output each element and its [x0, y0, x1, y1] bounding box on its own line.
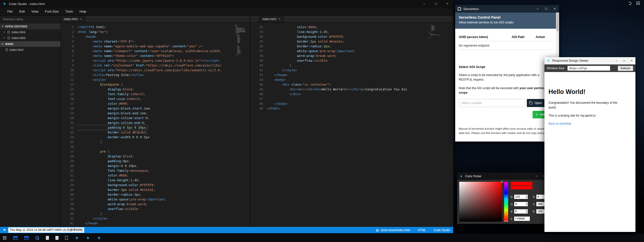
minimap[interactable]: [428, 25, 443, 227]
chevron-down-icon: ▾: [2, 43, 3, 45]
menu-file[interactable]: File: [4, 8, 16, 16]
minimize-button[interactable]: –: [533, 5, 542, 13]
minimap[interactable]: [234, 25, 249, 227]
menu-view[interactable]: View: [28, 8, 42, 16]
file-icon[interactable]: [46, 236, 49, 240]
open-editor-item[interactable]: × index.html: [0, 35, 60, 41]
menu-tools[interactable]: Tools: [62, 8, 76, 16]
tab-close-icon[interactable]: ×: [80, 17, 82, 21]
maximize-button[interactable]: □: [430, 0, 442, 8]
serverless-app-icon: [458, 7, 461, 11]
responsive-viewer-window: Responsive Design Viewer – □ × Window Si…: [544, 57, 635, 232]
window-size-label: Window Size:: [547, 66, 565, 70]
saturation-area[interactable]: [459, 182, 502, 222]
color-swatch-new: [511, 182, 532, 185]
green-input[interactable]: 0: [514, 202, 528, 206]
codestudio-icon[interactable]: [97, 236, 101, 240]
agi-note: Note that the AGI script will be execute…: [459, 86, 553, 95]
minimize-button[interactable]: –: [613, 57, 620, 64]
menu-edit[interactable]: Edit: [16, 8, 28, 16]
file-path-status: ▤ store:/www/index.html: [376, 228, 410, 232]
back-to-aprintlab-link[interactable]: Back to Aprintlab: [548, 122, 571, 125]
window-size-input[interactable]: [567, 66, 610, 71]
refresh-icon[interactable]: [628, 2, 631, 5]
desktop: Code Studio - index.html – □ × File Edit…: [0, 0, 644, 242]
panel-subtitle: Allow external services to run AGI scrip…: [459, 21, 553, 24]
codestudio-logo-icon: [3, 2, 7, 6]
rendered-page: Hello World! Congratulation! You discove…: [544, 72, 635, 232]
menu-font-size[interactable]: Font Size: [42, 8, 62, 16]
code-lines[interactable]: <!DOCTYPE html><html lang="en"> <head> <…: [77, 25, 233, 226]
menu-help[interactable]: Help: [76, 8, 90, 16]
tabstrip: index.html ×: [250, 16, 453, 23]
codestudio-icon[interactable]: [75, 236, 79, 240]
tab-label: index.html: [262, 17, 276, 21]
color-picker-titlebar: Color Picker – □: [457, 172, 548, 180]
language-status: HTML: [418, 228, 426, 232]
hex-input[interactable]: ff0000: [514, 217, 530, 221]
titlebar: Code Studio - index.html – □ ×: [0, 0, 453, 8]
minimize-button[interactable]: –: [418, 0, 430, 8]
tab-index-html[interactable]: index.html ×: [259, 16, 284, 22]
tree-file-item[interactable]: index.html: [0, 47, 60, 53]
open-editor-item[interactable]: × index.html: [0, 29, 60, 35]
viewer-title: Responsive Design Viewer: [552, 59, 588, 62]
sidebar-title: Directory Listing: [0, 16, 60, 23]
endpoint-table-header: UUID (access token) AGI Path Action: [459, 33, 553, 41]
red-input[interactable]: 255: [514, 195, 528, 199]
app-name-status: Code Studio: [434, 228, 450, 232]
close-icon[interactable]: ×: [3, 36, 6, 40]
menubar: File Edit View Font Size Tools Help: [0, 8, 453, 16]
stepper-icon[interactable]: [526, 203, 527, 205]
open-editors-section-header[interactable]: ▾ OPEN EDITORS: [0, 23, 60, 29]
editor-pane-left[interactable]: index.html × 123456789101112131415161718…: [61, 16, 249, 227]
codestudio-icon[interactable]: [86, 236, 90, 240]
statusbar: ⚑ Thu May 11 2023 21:54:48 GMT+0800 (台北標…: [0, 227, 453, 233]
serverless-panel-header: Serverless Control Panel Allow external …: [455, 13, 556, 29]
saturation-cursor[interactable]: [501, 181, 503, 183]
scrollbar-thumb[interactable]: [557, 13, 559, 31]
file-icon: [6, 48, 8, 51]
close-button[interactable]: ×: [442, 0, 453, 8]
page-heading: Hello World!: [548, 88, 631, 95]
close-button[interactable]: ×: [628, 57, 635, 64]
window-icon[interactable]: [24, 236, 29, 240]
flag-icon: ⚑: [3, 228, 6, 232]
close-icon[interactable]: ×: [3, 30, 6, 34]
refresh-button[interactable]: Refresh: [618, 66, 633, 71]
tab-label: index.html: [64, 17, 78, 21]
section-label: WWW: [5, 43, 13, 46]
file-name: index.html: [10, 48, 23, 52]
maximize-button[interactable]: □: [542, 5, 550, 13]
grid-icon[interactable]: [636, 2, 640, 5]
terminal-icon[interactable]: [65, 236, 68, 240]
app-launcher-icon[interactable]: [3, 236, 7, 240]
file-icon[interactable]: [55, 236, 58, 240]
select-agi-script-title: Select AGI Script: [459, 65, 553, 69]
minimize-button[interactable]: –: [533, 172, 540, 180]
line-numbers: 323334353637383940414243444546474849: [250, 25, 263, 111]
tab-close-icon[interactable]: ×: [279, 17, 280, 21]
serverless-title: Serverless: [463, 7, 479, 11]
file-icon: [8, 37, 10, 39]
tab-index-html[interactable]: index.html ×: [61, 16, 85, 22]
stepper-icon[interactable]: [526, 195, 527, 198]
window-icon[interactable]: [13, 236, 18, 240]
maximize-button[interactable]: □: [620, 57, 628, 64]
blue-input[interactable]: 0: [514, 209, 528, 214]
close-button[interactable]: ×: [550, 5, 559, 13]
stepper-icon[interactable]: [526, 210, 527, 213]
taskbar-icons: [0, 234, 644, 242]
search-icon[interactable]: [35, 236, 39, 240]
chevron-down-icon: ▾: [2, 25, 3, 28]
code-studio-window: Code Studio - index.html – □ × File Edit…: [0, 0, 453, 233]
folder-icon: [529, 102, 533, 104]
serverless-warning: Misuse of serverless function might affe…: [459, 127, 553, 135]
code-lines[interactable]: color:#666; line-height:1.45; background…: [267, 25, 438, 111]
viewer-toolbar: Window Size: Refresh: [544, 64, 635, 72]
editor-pane-right[interactable]: index.html × 323334353637383940414243444…: [250, 16, 453, 227]
hue-slider[interactable]: [504, 182, 508, 222]
location-input[interactable]: [459, 99, 525, 107]
page-paragraph: Congratulation! You discovered the bound…: [548, 100, 624, 110]
www-section-header[interactable]: ▾ WWW: [0, 41, 60, 47]
